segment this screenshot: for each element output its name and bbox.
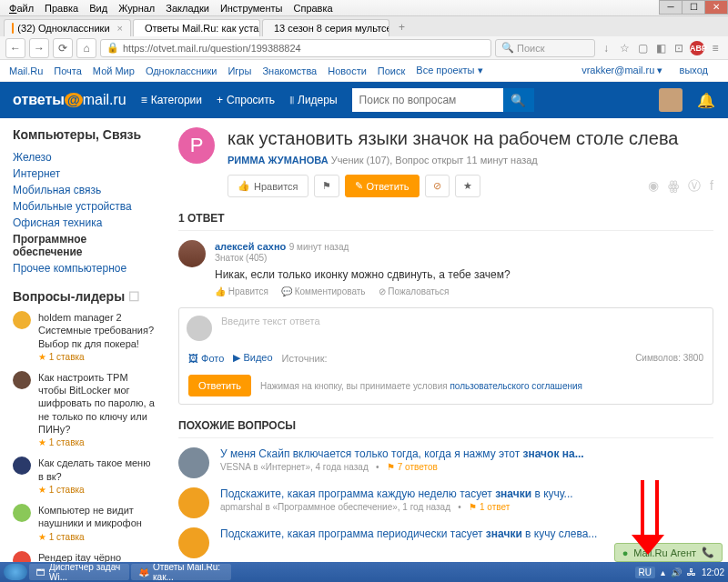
bookmark-icon[interactable]: ☆ bbox=[617, 41, 632, 55]
sidebar: Компьютеры, Связь Железо Интернет Мобиль… bbox=[0, 118, 164, 566]
home-icon[interactable]: ▢ bbox=[635, 41, 650, 55]
attach-photo[interactable]: 🖼 Фото bbox=[188, 353, 224, 364]
char-count: Символов: 3800 bbox=[635, 353, 703, 363]
menu-file[interactable]: ФФайлайл bbox=[4, 3, 39, 14]
menu-help[interactable]: Справка bbox=[288, 3, 338, 14]
submit-answer-button[interactable]: Ответить bbox=[188, 375, 251, 396]
addon-icon[interactable]: ◧ bbox=[653, 41, 668, 55]
phone-icon[interactable]: 📞 bbox=[702, 547, 714, 558]
new-tab-button[interactable]: + bbox=[391, 18, 412, 36]
menu-tools[interactable]: Инструменты bbox=[215, 3, 288, 14]
topnav-link[interactable]: Все проекты ▾ bbox=[416, 65, 482, 76]
menu-bookmarks[interactable]: Закладки bbox=[160, 3, 215, 14]
question-avatar[interactable]: Р bbox=[178, 127, 215, 164]
agent-status-icon: ● bbox=[622, 547, 629, 558]
topnav-link[interactable]: Знакомства bbox=[262, 65, 317, 76]
header-leaders[interactable]: ⫴ Лидеры bbox=[289, 94, 338, 106]
window-close[interactable]: ✕ bbox=[704, 0, 728, 15]
taskbar-item[interactable]: 🗔 Диспетчер задач Wi... bbox=[29, 564, 129, 580]
menu-icon[interactable]: ≡ bbox=[708, 41, 723, 55]
share-ok-icon[interactable]: ꙮ bbox=[668, 178, 679, 195]
sidebar-question[interactable]: Компьютер не видит наушники и микрофон1 … bbox=[13, 504, 155, 542]
window-maximize[interactable]: ☐ bbox=[682, 0, 705, 15]
terms-link[interactable]: пользовательского соглашения bbox=[450, 381, 582, 391]
topnav-link[interactable]: Одноклассники bbox=[146, 65, 217, 76]
tray-clock[interactable]: 12:02 bbox=[702, 567, 724, 577]
close-icon[interactable]: × bbox=[117, 23, 123, 34]
attach-video[interactable]: ▶ Видео bbox=[233, 352, 272, 364]
reload-button[interactable]: ⟳ bbox=[53, 38, 73, 58]
menu-view[interactable]: Вид bbox=[84, 3, 113, 14]
search-button[interactable]: 🔍 bbox=[503, 88, 534, 112]
sidebar-cat[interactable]: Интернет bbox=[13, 166, 155, 182]
sidebar-cat[interactable]: Железо bbox=[13, 149, 155, 166]
bookmark-button[interactable]: ⚑ bbox=[314, 175, 339, 197]
ban-button[interactable]: ⊘ bbox=[425, 175, 450, 197]
topnav-link[interactable]: Мой Мир bbox=[93, 65, 135, 76]
user-avatar[interactable] bbox=[659, 88, 682, 112]
back-button[interactable]: ← bbox=[5, 38, 25, 58]
answer-button[interactable]: ✎ Ответить bbox=[345, 175, 420, 197]
answer-avatar[interactable] bbox=[178, 240, 206, 267]
topnav-link[interactable]: Поиск bbox=[378, 65, 405, 76]
question-author[interactable]: РИММА ЖУМАНОВА bbox=[228, 155, 329, 166]
share-world-icon[interactable]: ◉ bbox=[648, 178, 659, 195]
similar-question[interactable]: У меня Скайп включается только тогда, ко… bbox=[178, 447, 713, 478]
topnav-link[interactable]: Новости bbox=[328, 65, 367, 76]
favorite-button[interactable]: ★ bbox=[455, 175, 480, 197]
tab-1[interactable]: Ответы Mail.Ru: как устан...× bbox=[133, 19, 260, 36]
share-vk-icon[interactable]: Ⓥ bbox=[688, 178, 701, 195]
sidebar-cat[interactable]: Офисная техника bbox=[13, 215, 155, 231]
answer-comment[interactable]: 💬 Комментировать bbox=[281, 286, 366, 296]
header-ask[interactable]: + Спросить bbox=[217, 94, 275, 106]
logo[interactable]: ответы@mail.ru bbox=[13, 92, 126, 108]
window-minimize[interactable]: ─ bbox=[659, 0, 682, 15]
mailru-agent-bar[interactable]: ● Mail.Ru Агент 📞 bbox=[614, 543, 723, 562]
site-header: ответы@mail.ru ≡ Категории + Спросить ⫴ … bbox=[0, 82, 728, 118]
tray-network-icon[interactable]: 🖧 bbox=[687, 567, 696, 577]
tab-2[interactable]: 13 сезон 8 серия мультсе...× bbox=[262, 19, 389, 36]
topnav-link[interactable]: Почта bbox=[54, 65, 82, 76]
answer-report[interactable]: ⊘ Пожаловаться bbox=[379, 286, 450, 296]
sidebar-q-avatar bbox=[13, 457, 31, 475]
taskbar-item[interactable]: 🦊 Ответы Mail.Ru: как... bbox=[131, 564, 231, 580]
download-icon[interactable]: ↓ bbox=[599, 41, 613, 55]
site-search-input[interactable] bbox=[352, 88, 503, 112]
similar-question[interactable]: Подскажите, какая программа каждую недел… bbox=[178, 487, 713, 518]
browser-tabs: (32) Одноклассники× Ответы Mail.Ru: как … bbox=[0, 16, 728, 36]
sidebar-cat[interactable]: Мобильная связь bbox=[13, 182, 155, 198]
url-input[interactable]: 🔒https://otvet.mail.ru/question/19938882… bbox=[100, 39, 491, 57]
answer-like[interactable]: 👍 Нравится bbox=[215, 286, 268, 296]
forward-button[interactable]: → bbox=[29, 38, 49, 58]
save-icon[interactable]: ⊡ bbox=[672, 41, 686, 55]
start-button[interactable] bbox=[4, 564, 27, 580]
sidebar-q-avatar bbox=[13, 371, 31, 389]
sidebar-question[interactable]: Как настроить TPM чтобы BitLocker мог ши… bbox=[13, 371, 155, 447]
sidebar-cat[interactable]: Прочее компьютерное bbox=[13, 260, 155, 276]
tray-volume-icon[interactable]: 🔊 bbox=[671, 567, 682, 577]
sidebar-cat-active[interactable]: Программное обеспечение bbox=[13, 231, 155, 260]
header-categories[interactable]: ≡ Категории bbox=[141, 94, 202, 106]
tray-up-icon[interactable]: ▴ bbox=[661, 567, 665, 577]
menu-edit[interactable]: Правка bbox=[39, 3, 84, 14]
notifications-icon[interactable]: 🔔 bbox=[697, 92, 715, 109]
user-email[interactable]: vrakker@mail.ru ▾ bbox=[581, 65, 662, 75]
share-fb-icon[interactable]: f bbox=[710, 178, 713, 195]
like-button[interactable]: 👍 Нравится bbox=[228, 175, 308, 197]
sidebar-question[interactable]: holdem manager 2 Системные требования? В… bbox=[13, 311, 155, 362]
menu-history[interactable]: Журнал bbox=[113, 3, 160, 14]
browser-search-input[interactable]: 🔍 Поиск bbox=[495, 39, 595, 57]
logout-link[interactable]: выход bbox=[680, 65, 708, 75]
reply-textarea[interactable]: Введите текст ответа bbox=[221, 316, 705, 341]
sidebar-question[interactable]: Как сделать такое меню в вк?1 ставка bbox=[13, 457, 155, 495]
topnav-link[interactable]: Mail.Ru bbox=[9, 65, 43, 76]
sidebar-cat[interactable]: Мобильные устройства bbox=[13, 198, 155, 215]
answer-author[interactable]: алексей сахно bbox=[215, 241, 286, 252]
topnav-link[interactable]: Игры bbox=[228, 65, 251, 76]
site-search[interactable]: 🔍 bbox=[352, 88, 534, 112]
similar-avatar bbox=[178, 527, 209, 558]
home-button[interactable]: ⌂ bbox=[76, 38, 96, 58]
tab-0[interactable]: (32) Одноклассники× bbox=[4, 19, 131, 36]
adblock-icon[interactable]: ABP bbox=[690, 41, 704, 55]
language-indicator[interactable]: RU bbox=[635, 567, 655, 578]
